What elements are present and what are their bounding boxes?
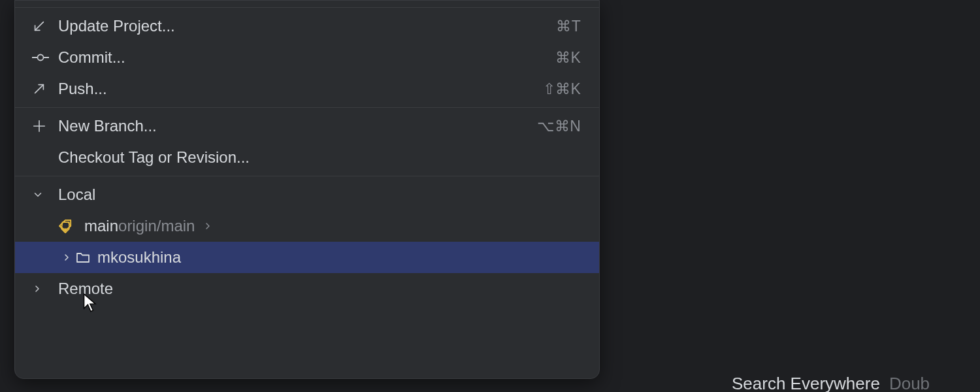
push-shortcut: ⇧⌘K: [543, 80, 581, 98]
update-icon: [32, 19, 58, 33]
chevron-right-icon: [58, 252, 75, 263]
new-branch-shortcut: ⌥⌘N: [537, 118, 581, 135]
svg-point-7: [64, 228, 67, 231]
push-icon: [32, 82, 58, 96]
hint-label: Search Everywhere: [732, 374, 880, 392]
chevron-right-icon: [32, 284, 58, 294]
svg-line-0: [35, 22, 44, 31]
chevron-down-icon: [32, 189, 58, 201]
local-branch-folder-mkosukhina[interactable]: mkosukhina: [15, 242, 599, 273]
new-branch-action[interactable]: New Branch... ⌥⌘N: [15, 110, 599, 142]
local-group-label: Local: [58, 186, 95, 204]
local-group[interactable]: Local: [15, 179, 599, 210]
new-branch-label: New Branch...: [58, 117, 157, 135]
commit-action[interactable]: Commit... ⌘K: [15, 42, 599, 73]
commit-icon: [32, 50, 58, 65]
actions-section: Update Project... ⌘T Commit... ⌘K Push..…: [15, 8, 599, 107]
checkout-tag-action[interactable]: Checkout Tag or Revision...: [15, 142, 599, 173]
search-everywhere-hint: Search EverywhereDoub: [732, 374, 930, 392]
folder-name: mkosukhina: [97, 248, 181, 267]
push-action[interactable]: Push... ⇧⌘K: [15, 73, 599, 105]
update-project-action[interactable]: Update Project... ⌘T: [15, 10, 599, 42]
update-project-shortcut: ⌘T: [556, 18, 581, 35]
branch-name: main: [84, 217, 118, 235]
svg-point-1: [38, 55, 44, 61]
local-branch-main[interactable]: main origin/main: [15, 210, 599, 242]
bookmark-icon: [58, 219, 84, 233]
remote-group-label: Remote: [58, 280, 113, 298]
vcs-branches-popup: Update Project... ⌘T Commit... ⌘K Push..…: [14, 0, 600, 379]
push-label: Push...: [58, 80, 107, 98]
remote-group[interactable]: Remote: [15, 273, 599, 304]
branch-ops-section: New Branch... ⌥⌘N Checkout Tag or Revisi…: [15, 108, 599, 176]
hint-continuation: Doub: [889, 374, 930, 392]
tracking-branch: origin/main: [118, 217, 195, 235]
folder-icon: [75, 250, 97, 265]
branches-tree: Local main origin/main mkosukhina: [15, 176, 599, 307]
commit-label: Commit...: [58, 48, 125, 67]
plus-icon: [32, 119, 58, 133]
chevron-right-icon: [203, 221, 213, 231]
update-project-label: Update Project...: [58, 17, 175, 35]
svg-line-4: [35, 85, 44, 93]
checkout-tag-label: Checkout Tag or Revision...: [58, 148, 250, 167]
commit-shortcut: ⌘K: [555, 49, 581, 67]
